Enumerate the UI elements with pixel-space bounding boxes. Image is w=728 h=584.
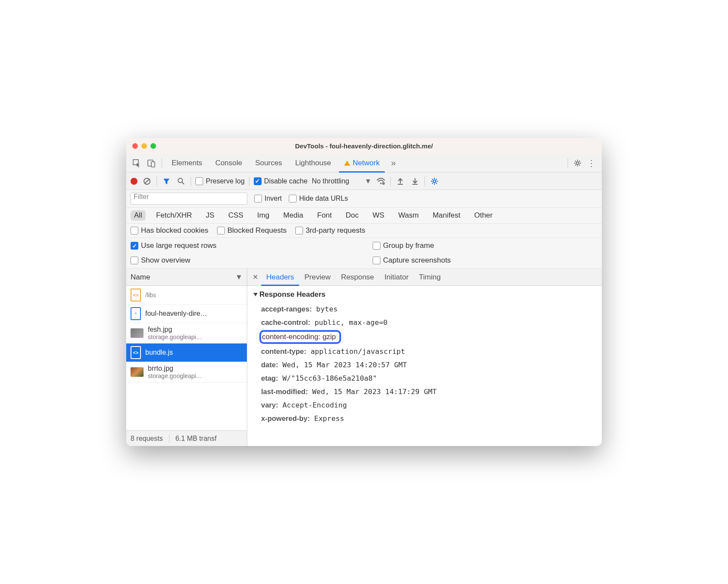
- chevron-down-icon: ▼: [235, 273, 243, 282]
- filter-icon[interactable]: [161, 176, 172, 186]
- request-subtext: storage.googleapi…: [148, 334, 202, 340]
- settings-icon[interactable]: [572, 157, 584, 169]
- type-filter-media[interactable]: Media: [280, 210, 307, 221]
- search-icon[interactable]: [176, 176, 186, 186]
- inspect-element-icon[interactable]: [131, 157, 143, 169]
- request-row[interactable]: brrto.jpgstorage.googleapi…: [126, 362, 247, 382]
- header-value: bytes: [316, 305, 338, 313]
- panel-tabs: Elements Console Sources Lighthouse Netw…: [126, 154, 602, 173]
- blocked-cookies-checkbox[interactable]: Has blocked cookies: [131, 226, 208, 235]
- header-key: date:: [261, 361, 278, 369]
- upload-har-icon[interactable]: [395, 176, 406, 186]
- checkbox-checked-icon: [254, 177, 262, 185]
- request-text: fesh.jpgstorage.googleapi…: [148, 326, 202, 340]
- script-file-icon: <>: [131, 346, 141, 359]
- more-tabs-icon[interactable]: »: [387, 157, 399, 169]
- checkbox-icon: [131, 227, 138, 234]
- clear-icon[interactable]: [142, 176, 152, 186]
- tab-network[interactable]: Network: [339, 154, 385, 173]
- image-thumb-icon: [131, 367, 144, 377]
- download-har-icon[interactable]: [410, 176, 420, 186]
- blocked-requests-label: Blocked Requests: [227, 226, 287, 235]
- tab-lighthouse[interactable]: Lighthouse: [290, 154, 336, 173]
- options-row: Use large request rows Show overview Gro…: [126, 238, 602, 269]
- requests-pane: Name ▼ <>/libs≡foul-heavenly-dire…fesh.j…: [126, 269, 247, 446]
- filter-placeholder: Filter: [134, 193, 149, 200]
- type-filter-font[interactable]: Font: [314, 210, 335, 221]
- status-transferred: 6.1 MB transf: [176, 435, 217, 443]
- detail-tabs: ✕ HeadersPreviewResponseInitiatorTiming: [247, 269, 602, 286]
- preserve-log-checkbox[interactable]: Preserve log: [195, 177, 245, 185]
- devtools-window: DevTools - foul-heavenly-direction.glitc…: [126, 138, 602, 446]
- show-overview-label: Show overview: [141, 256, 190, 265]
- network-settings-icon[interactable]: [429, 176, 440, 186]
- filter-input[interactable]: Filter: [131, 193, 247, 205]
- detail-tab-initiator[interactable]: Initiator: [379, 269, 414, 286]
- document-file-icon: ≡: [131, 307, 141, 320]
- kebab-menu-icon[interactable]: ⋮: [585, 157, 597, 169]
- svg-line-5: [145, 179, 149, 183]
- network-conditions-icon[interactable]: [376, 176, 386, 186]
- script-file-icon: <>: [131, 289, 141, 302]
- request-row[interactable]: <>/libs: [126, 286, 247, 305]
- tab-sources[interactable]: Sources: [250, 154, 287, 173]
- header-key: content-type:: [261, 347, 307, 355]
- third-party-checkbox[interactable]: 3rd-party requests: [295, 226, 365, 235]
- detail-tab-response[interactable]: Response: [336, 269, 380, 286]
- titlebar: DevTools - foul-heavenly-direction.glitc…: [126, 138, 602, 154]
- invert-checkbox[interactable]: Invert: [254, 195, 282, 202]
- throttling-value: No throttling: [312, 177, 349, 185]
- header-key: accept-ranges:: [261, 305, 312, 313]
- type-filter-fetchxhr[interactable]: Fetch/XHR: [153, 210, 195, 221]
- request-row[interactable]: fesh.jpgstorage.googleapi…: [126, 323, 247, 343]
- expand-icon: [253, 293, 258, 296]
- svg-point-8: [380, 183, 382, 184]
- type-filter-row: AllFetch/XHRJSCSSImgMediaFontDocWSWasmMa…: [126, 208, 602, 224]
- status-bar: 8 requests 6.1 MB transf: [126, 430, 247, 446]
- group-frame-checkbox[interactable]: Group by frame: [373, 241, 597, 250]
- type-filter-wasm[interactable]: Wasm: [395, 210, 422, 221]
- name-column-label: Name: [131, 273, 150, 282]
- checkbox-icon: [373, 257, 380, 264]
- separator: [156, 176, 157, 186]
- separator: [390, 176, 391, 186]
- disable-cache-checkbox[interactable]: Disable cache: [254, 177, 308, 185]
- detail-tab-preview[interactable]: Preview: [299, 269, 335, 286]
- response-headers-section[interactable]: Response Headers: [253, 290, 596, 299]
- device-toolbar-icon[interactable]: [145, 157, 157, 169]
- tab-elements[interactable]: Elements: [166, 154, 208, 173]
- header-value: Wed, 15 Mar 2023 14:20:57 GMT: [282, 361, 407, 369]
- request-text: foul-heavenly-dire…: [145, 310, 207, 318]
- header-key: x-powered-by:: [261, 414, 310, 422]
- throttling-select[interactable]: No throttling ▼: [312, 177, 371, 185]
- type-filter-js[interactable]: JS: [202, 210, 218, 221]
- requests-header[interactable]: Name ▼: [126, 269, 247, 286]
- detail-tab-headers[interactable]: Headers: [261, 269, 299, 286]
- header-value: Accept-Encoding: [282, 401, 347, 409]
- type-filter-doc[interactable]: Doc: [342, 210, 362, 221]
- header-line: content-type: application/javascript: [253, 345, 596, 358]
- show-overview-checkbox[interactable]: Show overview: [131, 256, 355, 265]
- hide-data-urls-checkbox[interactable]: Hide data URLs: [289, 195, 348, 202]
- request-row[interactable]: ≡foul-heavenly-dire…: [126, 305, 247, 323]
- checkbox-icon: [195, 177, 203, 185]
- request-text: /libs: [145, 292, 156, 298]
- header-line: x-powered-by: Express: [253, 412, 596, 425]
- large-rows-checkbox[interactable]: Use large request rows: [131, 241, 355, 250]
- type-filter-img[interactable]: Img: [254, 210, 273, 221]
- type-filter-other[interactable]: Other: [471, 210, 496, 221]
- blocked-requests-checkbox[interactable]: Blocked Requests: [217, 226, 287, 235]
- network-body: Name ▼ <>/libs≡foul-heavenly-dire…fesh.j…: [126, 269, 602, 446]
- tab-console[interactable]: Console: [210, 154, 247, 173]
- type-filter-manifest[interactable]: Manifest: [429, 210, 464, 221]
- close-detail-icon[interactable]: ✕: [251, 273, 259, 282]
- record-icon[interactable]: [131, 178, 137, 185]
- type-filter-css[interactable]: CSS: [225, 210, 247, 221]
- type-filter-ws[interactable]: WS: [369, 210, 388, 221]
- header-value: Wed, 15 Mar 2023 14:17:29 GMT: [312, 388, 437, 396]
- type-filter-all[interactable]: All: [131, 210, 146, 221]
- blocked-cookies-label: Has blocked cookies: [141, 226, 208, 235]
- screenshots-checkbox[interactable]: Capture screenshots: [373, 256, 597, 265]
- request-row[interactable]: <>bundle.js: [126, 343, 247, 362]
- detail-tab-timing[interactable]: Timing: [414, 269, 446, 286]
